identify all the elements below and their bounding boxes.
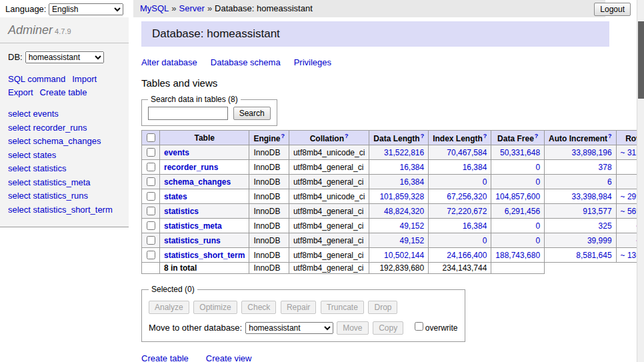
data-free-link[interactable]: 0: [535, 177, 540, 187]
help-icon[interactable]: ?: [535, 133, 539, 139]
row-checkbox[interactable]: [147, 207, 155, 215]
index-length-link[interactable]: 0: [483, 177, 487, 187]
vertical-scrollbar[interactable]: [637, 0, 644, 362]
engine-cell: InnoDB: [249, 219, 289, 233]
sidebar-link-import[interactable]: Import: [72, 74, 97, 84]
table-link[interactable]: statistics_short_term: [164, 251, 245, 260]
total-label: 8 in total: [160, 263, 249, 274]
sidebar-item-select-recorder-runs[interactable]: select recorder_runs: [8, 123, 87, 133]
create-view-link[interactable]: Create view: [206, 353, 252, 362]
table-row: states InnoDB utf8mb4_unicode_ci 101,859…: [142, 189, 644, 204]
index-length-link[interactable]: 72,220,672: [447, 207, 487, 216]
sidebar-item-select-statistics-runs[interactable]: select statistics_runs: [8, 191, 88, 201]
optimize-button[interactable]: Optimize: [193, 301, 237, 314]
sidebar-item-select-events[interactable]: select events: [8, 109, 59, 119]
auto-increment-link[interactable]: 6: [607, 177, 612, 187]
auto-increment-link[interactable]: 33,898,196: [572, 148, 612, 157]
data-length-link[interactable]: 49,152: [399, 236, 424, 245]
data-length-link[interactable]: 48,824,320: [384, 207, 424, 216]
table-link[interactable]: states: [164, 192, 187, 201]
breadcrumb-link-server[interactable]: Server: [179, 3, 205, 13]
help-icon[interactable]: ?: [608, 133, 612, 139]
breadcrumb: MySQL»Server»Database: homeassistant: [133, 0, 605, 17]
data-free-link[interactable]: 50,331,648: [500, 148, 540, 157]
row-checkbox[interactable]: [147, 163, 155, 171]
repair-button[interactable]: Repair: [281, 301, 316, 314]
data-length-link[interactable]: 16,384: [399, 177, 424, 187]
truncate-button[interactable]: Truncate: [321, 301, 364, 314]
auto-increment-link[interactable]: 325: [599, 221, 612, 231]
auto-increment-link[interactable]: 33,398,984: [572, 192, 612, 201]
create-table-link-main[interactable]: Create table: [141, 353, 189, 362]
auto-increment-link[interactable]: 378: [599, 163, 612, 172]
search-input[interactable]: [148, 107, 228, 120]
index-length-link[interactable]: 70,467,584: [447, 148, 487, 157]
overwrite-checkbox[interactable]: [415, 322, 423, 331]
table-link[interactable]: schema_changes: [164, 177, 231, 187]
sidebar-link-create-table[interactable]: Create table: [40, 87, 87, 97]
language-select[interactable]: English: [49, 3, 123, 15]
index-length-link[interactable]: 16,384: [463, 221, 487, 231]
total-data-length: 192,839,680: [369, 263, 429, 274]
data-length-link[interactable]: 10,502,144: [384, 251, 424, 260]
auto-increment-link[interactable]: 913,577: [583, 207, 611, 216]
help-icon[interactable]: ?: [421, 133, 425, 139]
data-length-link[interactable]: 49,152: [399, 221, 424, 231]
data-free-link[interactable]: 0: [535, 236, 540, 245]
scrollbar-thumb[interactable]: [638, 21, 644, 99]
help-icon[interactable]: ?: [483, 133, 487, 139]
privileges-link[interactable]: Privileges: [294, 57, 331, 67]
sidebar-link-export[interactable]: Export: [8, 87, 33, 97]
logout-button[interactable]: Logout: [594, 3, 631, 16]
table-link[interactable]: statistics: [164, 207, 199, 216]
data-free-link[interactable]: 0: [535, 221, 540, 231]
data-free-link[interactable]: 6,291,456: [505, 207, 540, 216]
table-link[interactable]: statistics_runs: [164, 236, 221, 245]
data-length-link[interactable]: 101,859,328: [379, 192, 424, 201]
help-icon[interactable]: ?: [281, 133, 285, 139]
app-name[interactable]: Adminer: [8, 23, 53, 37]
sidebar-item-select-statistics[interactable]: select statistics: [8, 163, 66, 173]
data-free-link[interactable]: 0: [535, 163, 540, 172]
db-select[interactable]: homeassistant: [25, 51, 104, 63]
collation-cell: utf8mb4_general_ci: [289, 175, 369, 189]
col-header-collation: Collation?: [289, 131, 369, 145]
data-length-link[interactable]: 16,384: [399, 163, 424, 172]
move-db-select[interactable]: homeassistant: [245, 322, 333, 334]
row-checkbox[interactable]: [147, 221, 155, 230]
search-button[interactable]: Search: [233, 107, 271, 120]
row-checkbox[interactable]: [147, 236, 155, 245]
breadcrumb-link-mysql[interactable]: MySQL: [140, 3, 169, 13]
alter-database-link[interactable]: Alter database: [141, 57, 197, 67]
table-link[interactable]: recorder_runs: [164, 163, 218, 172]
index-length-link[interactable]: 0: [483, 236, 487, 245]
data-length-link[interactable]: 31,522,816: [384, 148, 424, 157]
row-checkbox[interactable]: [147, 192, 155, 201]
sidebar-item-select-schema-changes[interactable]: select schema_changes: [8, 136, 101, 146]
index-length-link[interactable]: 24,166,400: [447, 251, 487, 260]
auto-increment-link[interactable]: 8,581,645: [576, 251, 611, 260]
select-all-checkbox[interactable]: [147, 133, 155, 142]
sidebar-item-select-statistics-meta[interactable]: select statistics_meta: [8, 177, 91, 187]
auto-increment-link[interactable]: 39,999: [587, 236, 612, 245]
check-button[interactable]: Check: [241, 301, 276, 314]
data-free-link[interactable]: 188,743,680: [495, 251, 540, 260]
table-link[interactable]: statistics_meta: [164, 221, 222, 231]
sidebar-item-select-states[interactable]: select states: [8, 150, 56, 160]
row-checkbox[interactable]: [147, 148, 155, 157]
move-button[interactable]: Move: [337, 321, 368, 335]
data-free-link[interactable]: 104,857,600: [495, 192, 540, 201]
sidebar-item-select-statistics-short-term[interactable]: select statistics_short_term: [8, 205, 113, 215]
row-checkbox[interactable]: [147, 177, 155, 186]
help-icon[interactable]: ?: [345, 133, 349, 139]
row-checkbox[interactable]: [147, 251, 155, 259]
analyze-button[interactable]: Analyze: [149, 301, 189, 314]
index-length-link[interactable]: 16,384: [463, 163, 487, 172]
table-link[interactable]: events: [164, 148, 189, 157]
index-length-link[interactable]: 67,256,320: [447, 192, 487, 201]
list-item: select states: [8, 149, 121, 163]
copy-button[interactable]: Copy: [373, 321, 403, 335]
database-schema-link[interactable]: Database schema: [211, 57, 281, 67]
sidebar-link-sql-command[interactable]: SQL command: [8, 74, 65, 84]
drop-button[interactable]: Drop: [368, 301, 397, 314]
